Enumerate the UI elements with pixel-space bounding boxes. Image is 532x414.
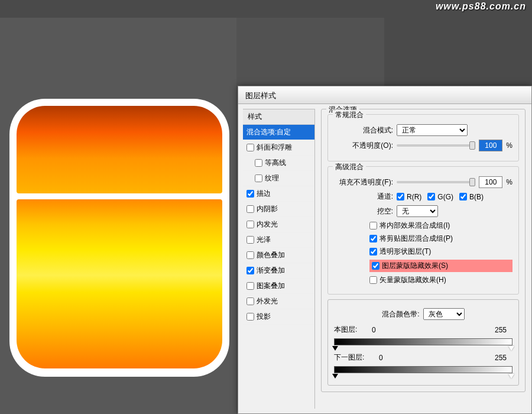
icon-preview — [9, 99, 229, 377]
opacity-input[interactable] — [479, 140, 502, 151]
style-checkbox[interactable] — [246, 267, 254, 274]
opt-blend-interior[interactable]: 将内部效果混合成组(I) — [369, 221, 512, 231]
style-item-label: 内阴影 — [257, 204, 278, 214]
opt-layer-mask-hides[interactable]: 图层蒙版隐藏效果(S) — [369, 260, 512, 272]
style-item-5[interactable]: 内阴影 — [243, 202, 314, 217]
knockout-label: 挖空: — [334, 206, 393, 216]
blend-mode-select[interactable]: 正常 — [397, 124, 468, 136]
style-item-0[interactable]: 混合选项:自定 — [243, 125, 314, 140]
knockout-select[interactable]: 无 — [397, 205, 438, 217]
style-item-12[interactable]: 投影 — [243, 309, 314, 325]
opt-blend-clipped[interactable]: 将剪贴图层混合成组(P) — [369, 234, 512, 244]
layer-style-dialog: 图层样式 样式 混合选项:自定斜面和浮雕等高线纹理描边内阴影内发光光泽颜色叠加渐… — [238, 86, 532, 414]
style-item-label: 内发光 — [257, 219, 278, 229]
style-checkbox[interactable] — [246, 144, 254, 151]
style-item-2[interactable]: 等高线 — [243, 156, 314, 171]
this-low: 0 — [362, 326, 385, 334]
opacity-slider[interactable] — [397, 144, 475, 147]
dialog-title: 图层样式 — [238, 86, 531, 104]
style-item-11[interactable]: 外发光 — [243, 294, 314, 309]
style-checkbox[interactable] — [246, 190, 254, 198]
under-low: 0 — [369, 354, 392, 362]
style-item-label: 外发光 — [257, 296, 278, 306]
slider-handle-black-icon[interactable] — [332, 346, 338, 351]
style-item-label: 渐变叠加 — [257, 266, 285, 276]
style-item-10[interactable]: 图案叠加 — [243, 279, 314, 294]
style-item-label: 颜色叠加 — [257, 250, 285, 260]
style-checkbox[interactable] — [246, 282, 254, 290]
advanced-blend-title: 高级混合 — [333, 162, 366, 172]
fill-slider[interactable] — [397, 181, 475, 183]
style-item-4[interactable]: 描边 — [243, 186, 314, 202]
slider-handle-white-icon[interactable] — [508, 346, 514, 351]
blendif-label: 混合颜色带: — [382, 309, 419, 319]
slider-handle-white-icon[interactable] — [508, 374, 514, 379]
channel-b[interactable]: B(B) — [459, 193, 484, 201]
this-layer-gradient[interactable] — [334, 338, 512, 345]
blend-mode-label: 混合模式: — [334, 125, 393, 135]
style-item-label: 混合选项:自定 — [246, 127, 291, 137]
style-item-3[interactable]: 纹理 — [243, 171, 314, 186]
icon-bottom-half — [17, 199, 222, 368]
this-high: 255 — [489, 326, 512, 334]
under-layer-gradient[interactable] — [334, 366, 512, 373]
style-checkbox[interactable] — [246, 251, 254, 259]
channel-g[interactable]: G(G) — [427, 193, 453, 201]
fill-opacity-label: 填充不透明度(F): — [334, 177, 393, 187]
styles-list: 样式 混合选项:自定斜面和浮雕等高线纹理描边内阴影内发光光泽颜色叠加渐变叠加图案… — [243, 109, 315, 409]
pct-label: % — [506, 141, 512, 150]
style-checkbox[interactable] — [246, 313, 254, 321]
style-checkbox[interactable] — [255, 159, 262, 167]
channel-r[interactable]: R(R) — [397, 193, 421, 201]
style-item-label: 图案叠加 — [257, 281, 285, 291]
fill-input[interactable] — [479, 176, 502, 188]
blendif-select[interactable]: 灰色 — [423, 308, 465, 320]
style-item-7[interactable]: 光泽 — [243, 232, 314, 248]
watermark: www.ps88.com.cn — [436, 1, 526, 12]
style-checkbox[interactable] — [246, 205, 254, 213]
style-checkbox[interactable] — [255, 174, 262, 182]
channels-label: 通道: — [334, 192, 393, 202]
style-item-1[interactable]: 斜面和浮雕 — [243, 140, 314, 156]
style-checkbox[interactable] — [246, 297, 254, 305]
style-item-label: 等高线 — [265, 158, 286, 168]
general-blend-title: 常规混合 — [333, 110, 366, 120]
pct-label: % — [506, 178, 512, 186]
styles-header: 样式 — [243, 109, 314, 125]
style-item-9[interactable]: 渐变叠加 — [243, 263, 314, 279]
opt-vector-mask-hides[interactable]: 矢量蒙版隐藏效果(H) — [369, 275, 512, 285]
style-item-label: 描边 — [257, 189, 271, 199]
this-layer-label: 本图层: — [334, 325, 357, 335]
style-checkbox[interactable] — [246, 236, 254, 244]
under-layer-label: 下一图层: — [334, 352, 364, 363]
slider-handle-black-icon[interactable] — [332, 374, 338, 379]
style-checkbox[interactable] — [246, 221, 254, 228]
style-item-label: 纹理 — [265, 173, 279, 183]
under-high: 255 — [489, 354, 512, 362]
style-item-label: 斜面和浮雕 — [257, 143, 292, 153]
style-item-label: 投影 — [257, 312, 271, 322]
style-item-label: 光泽 — [257, 235, 271, 245]
style-item-8[interactable]: 颜色叠加 — [243, 248, 314, 263]
opt-transparency-shapes[interactable]: 透明形状图层(T) — [369, 247, 512, 257]
icon-top-half — [17, 106, 222, 193]
opacity-label: 不透明度(O): — [334, 141, 393, 151]
style-item-6[interactable]: 内发光 — [243, 217, 314, 232]
